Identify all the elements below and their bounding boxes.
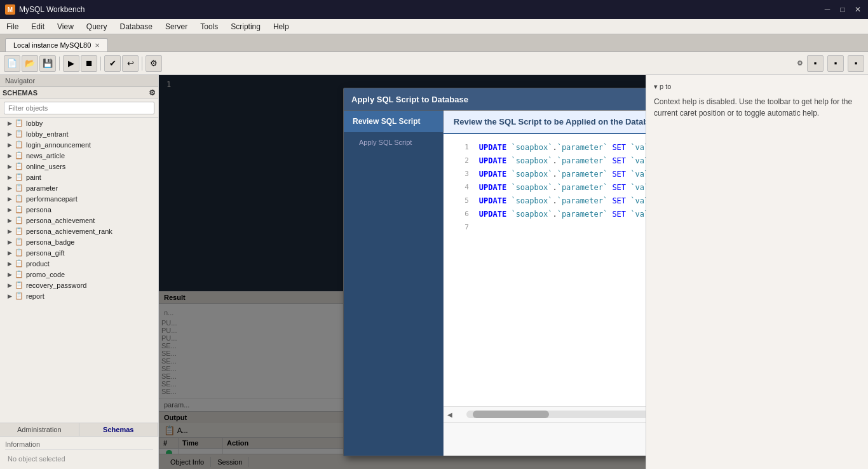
expand-icon: ▶ — [8, 196, 12, 202]
line-num: 5 — [454, 195, 469, 207]
instance-tab[interactable]: Local instance MySQL80 ✕ — [5, 38, 108, 51]
schema-name: persona_achievement_rank — [26, 228, 112, 235]
expand-icon: ▶ — [8, 293, 12, 299]
sql-line-3: 3 UPDATE `soapbox`.`parameter` SET `valu… — [454, 168, 646, 180]
tab-bar: Local instance MySQL80 ✕ — [0, 34, 868, 52]
sql-text: UPDATE `soapbox`.`parameter` SET `value`… — [479, 155, 646, 167]
expand-icon: ▶ — [8, 239, 12, 245]
sql-line-7: 7 — [454, 222, 646, 233]
maximize-btn[interactable]: □ — [837, 4, 848, 15]
tab-administration[interactable]: Administration — [0, 423, 79, 436]
schema-name: promo_code — [26, 271, 65, 278]
navigator-label: Navigator — [5, 77, 35, 85]
schemas-icon[interactable]: ⚙ — [149, 88, 156, 97]
modal-content-title: Review the SQL Script to be Applied on t… — [454, 117, 646, 126]
layout-1-btn[interactable]: ▪ — [807, 55, 824, 72]
scroll-left-icon[interactable]: ◀ — [444, 411, 456, 418]
expand-icon: ▶ — [8, 282, 12, 289]
open-btn[interactable]: 📂 — [22, 55, 38, 72]
layout-3-btn[interactable]: ▪ — [848, 55, 864, 72]
minimize-btn[interactable]: ─ — [822, 4, 832, 15]
list-item[interactable]: ▶ 📋 paint — [0, 172, 158, 182]
table-icon: 📋 — [15, 140, 24, 149]
list-item[interactable]: ▶ 📋 persona_achievement_rank — [0, 226, 158, 236]
menu-scripting[interactable]: Scripting — [224, 19, 267, 34]
tab-schemas[interactable]: Schemas — [79, 423, 159, 436]
right-panel: ▾ p to Context help is disabled. Use the… — [646, 75, 868, 469]
menu-server[interactable]: Server — [159, 19, 194, 34]
list-item[interactable]: ▶ 📋 persona_gift — [0, 247, 158, 258]
menu-view[interactable]: View — [51, 19, 80, 34]
list-item[interactable]: ▶ 📋 product — [0, 258, 158, 269]
layout-2-btn[interactable]: ▪ — [827, 55, 844, 72]
toolbar-sep-1 — [59, 57, 60, 71]
sql-text: UPDATE `soapbox`.`parameter` SET `value`… — [479, 208, 646, 220]
menu-tools[interactable]: Tools — [194, 19, 224, 34]
toolbar-sep-3 — [142, 57, 142, 71]
expand-icon: ▶ — [8, 174, 12, 180]
table-icon: 📋 — [15, 130, 24, 138]
modal-nav-review[interactable]: Review SQL Script — [344, 111, 443, 132]
toggle-btn[interactable]: ⚙ — [146, 55, 162, 72]
sql-line-6: 6 UPDATE `soapbox`.`parameter` SET `valu… — [454, 208, 646, 220]
execute-btn[interactable]: ▶ — [63, 55, 79, 72]
list-item[interactable]: ▶ 📋 login_announcement — [0, 139, 158, 150]
list-item[interactable]: ▶ 📋 report — [0, 290, 158, 301]
expand-icon: ▶ — [8, 163, 12, 170]
menu-file[interactable]: File — [0, 19, 25, 34]
list-item[interactable]: ▶ 📋 performancepart — [0, 193, 158, 204]
scrollbar-thumb[interactable] — [473, 411, 549, 418]
line-num: 7 — [454, 222, 469, 233]
table-icon: 📋 — [15, 173, 24, 181]
navigator-header: Navigator — [0, 75, 158, 87]
modal-overlay: Apply SQL Script to Database × Review SQ… — [159, 75, 646, 469]
list-item[interactable]: ▶ 📋 parameter — [0, 182, 158, 193]
table-icon: 📋 — [15, 194, 24, 203]
list-item[interactable]: ▶ 📋 news_article — [0, 150, 158, 161]
table-icon: 📋 — [15, 248, 24, 257]
filter-input[interactable] — [4, 102, 154, 114]
commit-btn[interactable]: ✔ — [104, 55, 121, 72]
schema-name: parameter — [26, 184, 58, 192]
menu-edit[interactable]: Edit — [25, 19, 51, 34]
schema-name: persona — [26, 206, 51, 214]
menu-help[interactable]: Help — [267, 19, 295, 34]
sql-text: UPDATE `soapbox`.`parameter` SET `value`… — [479, 168, 646, 180]
scrollbar-track[interactable] — [466, 411, 646, 418]
menu-database[interactable]: Database — [114, 19, 159, 34]
line-num: 3 — [454, 168, 469, 180]
main-layout: Navigator SCHEMAS ⚙ ▶ 📋 lobby ▶ 📋 lobby_… — [0, 75, 868, 469]
save-btn[interactable]: 💾 — [39, 55, 56, 72]
rollback-btn[interactable]: ↩ — [122, 55, 139, 72]
list-item[interactable]: ▶ 📋 recovery_password — [0, 280, 158, 290]
modal-title: Apply SQL Script to Database — [351, 95, 468, 104]
table-icon: 📋 — [15, 184, 24, 192]
list-item[interactable]: ▶ 📋 persona — [0, 204, 158, 215]
line-num: 4 — [454, 182, 469, 193]
close-btn[interactable]: ✕ — [853, 4, 863, 15]
tab-close-icon[interactable]: ✕ — [95, 42, 100, 49]
list-item[interactable]: ▶ 📋 persona_badge — [0, 236, 158, 247]
list-item[interactable]: ▶ 📋 promo_code — [0, 269, 158, 280]
schemas-label: SCHEMAS — [3, 89, 37, 97]
list-item[interactable]: ▶ 📋 persona_achievement — [0, 215, 158, 226]
menu-query[interactable]: Query — [80, 19, 114, 34]
sql-text: UPDATE `soapbox`.`parameter` SET `value`… — [479, 142, 646, 153]
list-item[interactable]: ▶ 📋 lobby_entrant — [0, 128, 158, 139]
sql-text: UPDATE `soapbox`.`parameter` SET `value`… — [479, 182, 646, 193]
expand-icon: ▶ — [8, 261, 12, 267]
schema-name: recovery_password — [26, 282, 86, 289]
sql-line-4: 4 UPDATE `soapbox`.`parameter` SET `valu… — [454, 182, 646, 193]
sql-line-2: 2 UPDATE `soapbox`.`parameter` SET `valu… — [454, 155, 646, 167]
expand-icon: ▶ — [8, 185, 12, 191]
stop-btn[interactable]: ⏹ — [81, 55, 97, 72]
list-item[interactable]: ▶ 📋 lobby — [0, 118, 158, 128]
list-item[interactable]: ▶ 📋 online_users — [0, 161, 158, 172]
sidebar-search — [0, 99, 158, 118]
schema-name: login_announcement — [26, 141, 91, 149]
modal-nav-apply[interactable]: Apply SQL Script — [344, 132, 443, 153]
schema-name: product — [26, 260, 50, 268]
new-file-btn[interactable]: 📄 — [4, 55, 20, 72]
modal-main-content: Review the SQL Script to be Applied on t… — [444, 111, 646, 456]
expand-icon: ▶ — [8, 142, 12, 148]
